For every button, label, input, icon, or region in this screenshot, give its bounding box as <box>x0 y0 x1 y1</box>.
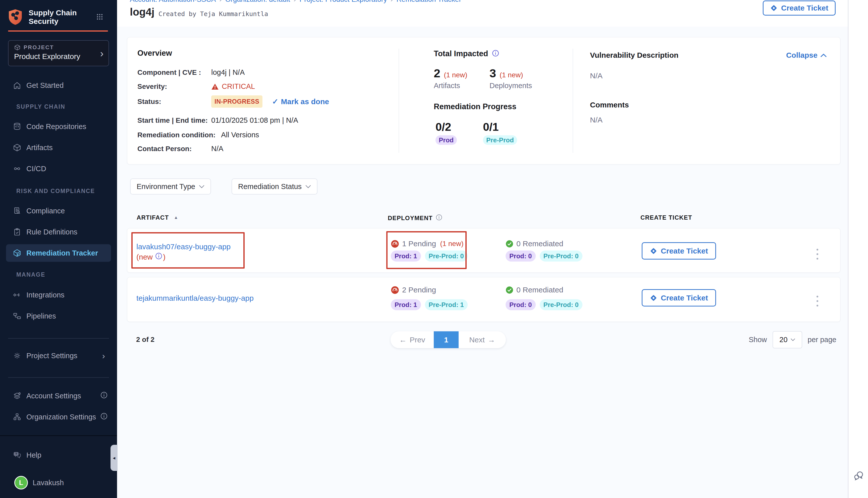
user-name: Lavakush <box>33 479 64 487</box>
sidebar-item-label: Account Settings <box>26 392 81 400</box>
column-header-artifact[interactable]: ARTIFACT ▲ <box>137 214 178 221</box>
breadcrumb-project[interactable]: Project: Product Exploratory <box>299 0 387 3</box>
info-icon[interactable] <box>101 392 107 401</box>
sidebar-item-project-settings[interactable]: Project Settings › <box>0 345 117 366</box>
chevron-down-icon <box>306 185 311 188</box>
annotation-box-pending <box>386 231 467 269</box>
project-selector[interactable]: PROJECT Product Exploratory › <box>8 40 109 66</box>
pipelines-icon <box>13 312 22 320</box>
create-ticket-button[interactable]: Create Ticket <box>642 242 716 260</box>
remediation-tracker-icon <box>13 249 22 258</box>
remediation-status-filter[interactable]: Remediation Status <box>232 179 318 195</box>
table-row[interactable]: tejakummarikuntla/easy-buggy-app 2 Pendi… <box>127 277 840 322</box>
sidebar-divider <box>8 338 109 339</box>
app: Supply Chain Security PROJECT Product Ex… <box>0 0 868 498</box>
brand: Supply Chain Security <box>8 9 77 26</box>
contact-value: N/A <box>211 145 223 153</box>
remediated-prod-pill: Prod: 0 <box>506 299 536 310</box>
sidebar-user[interactable]: L Lavakush <box>0 472 117 493</box>
per-page-select[interactable]: 20 <box>773 331 802 349</box>
info-icon[interactable] <box>101 412 107 421</box>
content: Overview Component | CVE : log4j | N/A S… <box>117 27 848 498</box>
sidebar-item-code-repositories[interactable]: Code Repositories <box>0 116 117 137</box>
sidebar-item-cicd[interactable]: CI/CD <box>0 158 117 179</box>
next-page-button[interactable]: Next→ <box>458 331 506 348</box>
sidebar-item-label: Artifacts <box>26 144 53 152</box>
info-icon[interactable] <box>492 50 499 58</box>
sidebar-item-account-settings[interactable]: Account Settings <box>0 385 117 406</box>
section-label-manage: MANAGE <box>16 271 112 278</box>
progress-prod: 0/2 Prod <box>436 121 457 145</box>
sidebar-item-remediation-tracker[interactable]: Remediation Tracker <box>6 244 111 262</box>
account-settings-icon <box>13 391 22 401</box>
artifacts-count: 2 <box>434 67 440 80</box>
severity-value: CRITICAL <box>222 82 255 91</box>
section-label-supply-chain: SUPPLY CHAIN <box>16 103 112 110</box>
sidebar-item-organization-settings[interactable]: Organization Settings <box>0 406 117 428</box>
sidebar-item-compliance[interactable]: Compliance <box>0 200 117 221</box>
code-repositories-icon <box>13 122 22 131</box>
sidebar-item-label: Integrations <box>26 291 65 299</box>
ticket-diamond-icon <box>770 4 778 12</box>
organization-settings-icon <box>13 412 22 421</box>
section-label-risk-compliance: RISK AND COMPLIANCE <box>16 188 112 195</box>
remediation-progress-title: Remediation Progress <box>434 102 516 111</box>
sidebar: Supply Chain Security PROJECT Product Ex… <box>0 0 117 498</box>
info-icon[interactable] <box>436 214 442 222</box>
sidebar-item-label: Pipelines <box>26 312 56 320</box>
environment-type-filter[interactable]: Environment Type <box>130 179 211 195</box>
remediated-check-icon <box>506 286 513 294</box>
impacted-artifacts-stat: 2(1 new) Artifacts <box>434 67 467 90</box>
page-1-button[interactable]: 1 <box>434 331 458 348</box>
collapse-link[interactable]: Collapse <box>786 51 827 60</box>
sidebar-item-pipelines[interactable]: Pipelines <box>0 305 117 327</box>
avatar: L <box>14 476 28 489</box>
column-header-deployment: DEPLOYMENT <box>388 214 442 222</box>
deployments-count: 3 <box>490 67 496 80</box>
help-icon: ? <box>13 450 22 460</box>
progress-preprod: 0/1 Pre-Prod <box>483 121 517 145</box>
impacted-deployments-stat: 3(1 new) Deployments <box>490 67 532 90</box>
module-grid-icon[interactable] <box>96 13 103 21</box>
comments-title: Comments <box>590 101 629 109</box>
sidebar-item-help[interactable]: ? Help <box>0 445 117 466</box>
brand-title: Supply Chain Security <box>29 9 77 26</box>
svg-text:?: ? <box>15 452 17 456</box>
create-ticket-button[interactable]: Create Ticket <box>763 0 835 16</box>
overview-divider-1 <box>399 49 399 153</box>
filters: Environment Type Remediation Status <box>130 179 840 195</box>
sidebar-item-get-started[interactable]: Get Started <box>0 75 117 96</box>
table-header: ARTIFACT ▲ DEPLOYMENT CREATE TICKET <box>127 214 840 222</box>
row-menu-kebab-icon[interactable] <box>817 293 818 309</box>
total-impacted-title: Total Impacted <box>434 49 488 58</box>
sidebar-footer: ? Help L Lavakush <box>0 435 117 498</box>
project-name: Product Exploratory <box>14 52 103 61</box>
shield-logo-icon <box>8 9 23 26</box>
mark-as-done-link[interactable]: ✓ Mark as done <box>272 97 329 106</box>
sidebar-item-integrations[interactable]: Integrations <box>0 284 117 305</box>
prev-page-button[interactable]: ←Prev <box>391 331 434 348</box>
field-component-cve: Component | CVE : log4j | N/A <box>138 68 245 77</box>
remediated-status: 0 Remediated <box>506 239 582 248</box>
sidebar-item-rule-definitions[interactable]: Rule Definitions <box>0 221 117 243</box>
sidebar-collapse-handle[interactable]: ◂ <box>111 445 118 471</box>
breadcrumb-remediation-tracker[interactable]: Remediation Tracker <box>396 0 461 3</box>
cicd-infinity-icon <box>13 164 22 173</box>
artifact-link[interactable]: tejakummarikuntla/easy-buggy-app <box>137 294 254 302</box>
table-row[interactable]: lavakush07/easy-buggy-app (new ) 1 Pendi… <box>127 228 840 273</box>
project-label: PROJECT <box>24 44 54 51</box>
create-ticket-button[interactable]: Create Ticket <box>642 289 716 306</box>
breadcrumb-account[interactable]: Account: Automation-SSCA <box>130 0 216 3</box>
remediated-check-icon <box>506 240 513 248</box>
integrations-icon <box>13 290 22 300</box>
page-header: Account: Automation-SSCA› Organization: … <box>117 0 848 27</box>
condition-value: All Versions <box>221 131 259 139</box>
annotation-box-artifact <box>131 232 245 268</box>
pagination: 2 of 2 ←Prev 1 Next→ Show 20 per page <box>127 331 840 349</box>
breadcrumb-organization[interactable]: Organization: default <box>225 0 290 3</box>
support-chat-icon[interactable] <box>853 470 865 482</box>
artifacts-cube-icon <box>13 143 22 152</box>
overview-card: Overview Component | CVE : log4j | N/A S… <box>127 37 840 165</box>
sidebar-item-artifacts[interactable]: Artifacts <box>0 137 117 158</box>
row-menu-kebab-icon[interactable] <box>817 246 818 262</box>
